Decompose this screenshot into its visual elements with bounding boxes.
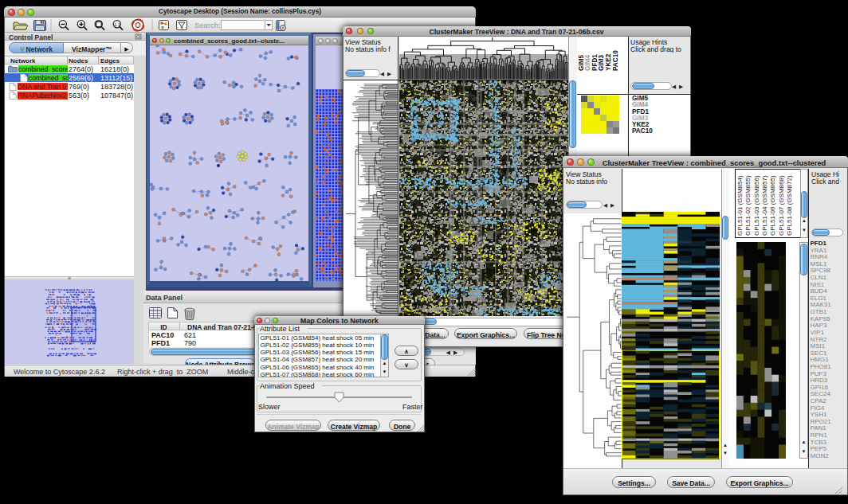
svg-text:GPL51-06 (GSM865): GPL51-06 (GSM865) [769, 175, 776, 236]
svg-text:GPL51-07 (GSM868): GPL51-07 (GSM868) [777, 175, 784, 236]
svg-text:GPL51-02 (GSM855): GPL51-02 (GSM855) [744, 175, 752, 236]
svg-text:PAC10: PAC10 [611, 50, 618, 71]
svg-text:GPL51-03 (GSM856): GPL51-03 (GSM856) [752, 175, 760, 236]
svg-text:Search:: Search: [194, 21, 221, 29]
svg-text:GPL51-04 (GSM857): GPL51-04 (GSM857) [761, 175, 768, 236]
svg-text:GPL51-01 (GSM854): GPL51-01 (GSM854) [736, 175, 744, 236]
svg-text:GPL51-08 (GSM872): GPL51-08 (GSM872) [786, 175, 793, 236]
svg-text:1:1: 1:1 [114, 22, 120, 27]
